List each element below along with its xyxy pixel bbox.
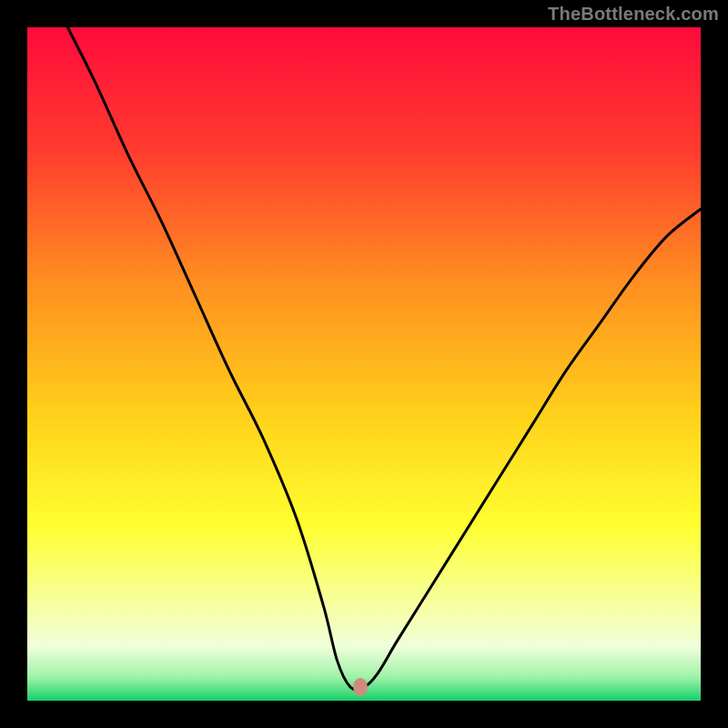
bottleneck-curve-path xyxy=(67,27,701,690)
chart-stage: TheBottleneck.com xyxy=(0,0,728,728)
plot-area xyxy=(27,27,701,701)
watermark-text: TheBottleneck.com xyxy=(548,4,719,25)
bottleneck-curve-svg xyxy=(27,27,701,701)
optimal-balance-marker xyxy=(353,678,368,696)
